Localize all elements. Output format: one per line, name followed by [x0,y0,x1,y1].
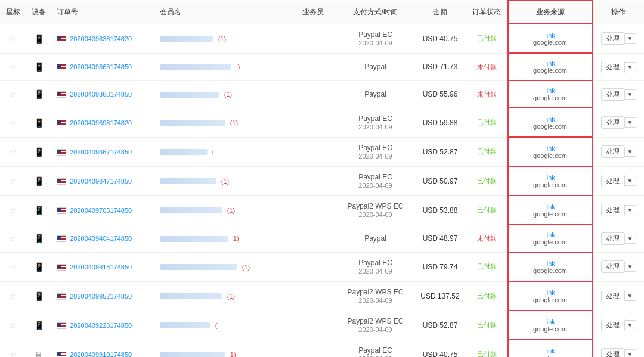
star-icon[interactable]: ☆ [9,147,17,157]
col-header-star: 星标 [0,1,26,24]
star-icon[interactable]: ☆ [9,291,17,301]
member-count: ( [215,322,218,329]
table-row: ☆📱 20200409918174850 (1) Paypal EC 2020-… [0,252,644,281]
order-status: 已付款 [477,119,497,126]
order-number[interactable]: 20200409368174850 [70,91,132,98]
channel-link[interactable]: link [513,231,587,238]
channel-link[interactable]: link [513,60,587,67]
action-button[interactable]: 处理 [601,61,625,73]
order-number[interactable]: 20200409910174850 [70,351,132,358]
action-dropdown-icon[interactable]: ▼ [625,262,636,272]
channel-link[interactable]: link [513,174,587,181]
flag-icon [57,207,66,214]
order-number[interactable]: 20200409838174820 [70,35,132,42]
order-number[interactable]: 20200409918174850 [70,263,132,271]
star-icon[interactable]: ☆ [9,89,17,99]
payment-method: Paypal2 WPS EC [341,288,409,296]
member-bar [160,178,216,184]
star-icon[interactable]: ☆ [9,62,17,72]
amount-value: USD 48.97 [423,234,458,243]
action-dropdown-icon[interactable]: ▼ [625,117,636,128]
channel-source: google.com [513,210,587,218]
action-button[interactable]: 处理 [601,290,625,302]
order-number[interactable]: 20200409228174850 [70,322,132,329]
member-bar [160,352,225,357]
order-status: 未付款 [477,235,497,242]
star-icon[interactable]: ☆ [9,321,17,330]
channel-source: google.com [513,152,587,159]
action-button[interactable]: 处理 [601,348,625,357]
member-count: (1) [230,119,238,126]
action-button[interactable]: 处理 [601,175,625,187]
amount-value: USD 137.52 [420,292,459,300]
action-dropdown-icon[interactable]: ▼ [625,320,636,330]
order-number[interactable]: 20200409404174850 [70,235,132,242]
order-status: 已付款 [477,263,497,270]
action-button[interactable]: 处理 [601,88,625,101]
action-button[interactable]: 处理 [601,260,625,273]
member-count: 1) [233,235,239,242]
payment-date: 2020-04-09 [358,182,392,189]
order-number[interactable]: 20200409952174850 [70,293,132,300]
channel-source: google.com [513,296,587,303]
action-dropdown-icon[interactable]: ▼ [625,89,636,100]
channel-link[interactable]: link [513,116,587,123]
action-button[interactable]: 处理 [601,319,625,331]
payment-date: 2020-04-09 [358,211,392,218]
channel-link[interactable]: link [513,32,587,39]
channel-link[interactable]: link [513,203,587,210]
channel-link[interactable]: link [513,260,587,267]
action-button[interactable]: 处理 [601,204,625,216]
star-icon[interactable]: ☆ [9,350,17,358]
action-wrap: 处理▼ [597,61,639,73]
payment-method: Paypal EC [341,30,409,39]
channel-source: google.com [513,238,587,246]
star-icon[interactable]: ☆ [9,206,17,215]
table-row: ☆📱 20200409228174850 ( Paypal2 WPS EC 20… [0,311,644,340]
channel-link[interactable]: link [513,318,587,325]
star-icon[interactable]: ☆ [9,34,17,44]
col-header-device: 设备 [26,1,51,24]
mobile-device-icon: 📱 [34,206,44,215]
channel-link[interactable]: link [513,347,587,355]
action-dropdown-icon[interactable]: ▼ [625,205,636,215]
star-icon[interactable]: ☆ [9,234,17,243]
table-row: ☆📱 20200409404174850 1) Paypal USD 48.97… [0,225,644,252]
action-dropdown-icon[interactable]: ▼ [625,234,636,244]
action-wrap: 处理▼ [597,319,639,331]
star-icon[interactable]: ☆ [9,262,17,272]
action-dropdown-icon[interactable]: ▼ [625,147,636,157]
action-button[interactable]: 处理 [601,32,625,45]
payment-method: Paypal EC [341,173,409,181]
payment-method: Paypal2 WPS EC [341,202,409,210]
action-button[interactable]: 处理 [601,145,625,158]
member-count: :) [236,63,240,70]
star-icon[interactable]: ☆ [9,118,17,128]
col-header-staff: 业务员 [298,1,336,24]
action-dropdown-icon[interactable]: ▼ [625,291,636,301]
order-status: 已付款 [477,350,497,357]
order-number[interactable]: 20200409367174850 [70,148,132,156]
payment-method: Paypal EC [341,259,409,267]
member-count: (1) [242,263,250,271]
action-button[interactable]: 处理 [601,116,625,129]
action-dropdown-icon[interactable]: ▼ [625,349,636,357]
order-number[interactable]: 20200409705174850 [70,207,132,214]
order-number[interactable]: 20200409363174850 [70,63,132,70]
action-dropdown-icon[interactable]: ▼ [625,33,636,44]
action-dropdown-icon[interactable]: ▼ [625,62,636,72]
flag-icon [57,264,66,271]
action-wrap: 处理▼ [597,348,639,357]
flag-icon [57,64,66,70]
action-dropdown-icon[interactable]: ▼ [625,176,636,186]
col-header-order: 订单号 [52,1,156,24]
action-button[interactable]: 处理 [601,232,625,245]
star-icon[interactable]: ☆ [9,176,17,186]
channel-link[interactable]: link [513,145,587,152]
table-row: ☆📱 20200409847174850 (1) Paypal EC 2020-… [0,166,644,195]
order-number[interactable]: 20200409847174850 [70,178,132,185]
channel-link[interactable]: link [513,87,587,94]
payment-method: Paypal EC [341,114,409,123]
channel-link[interactable]: link [513,289,587,296]
order-number[interactable]: 20200409698174820 [70,119,132,126]
